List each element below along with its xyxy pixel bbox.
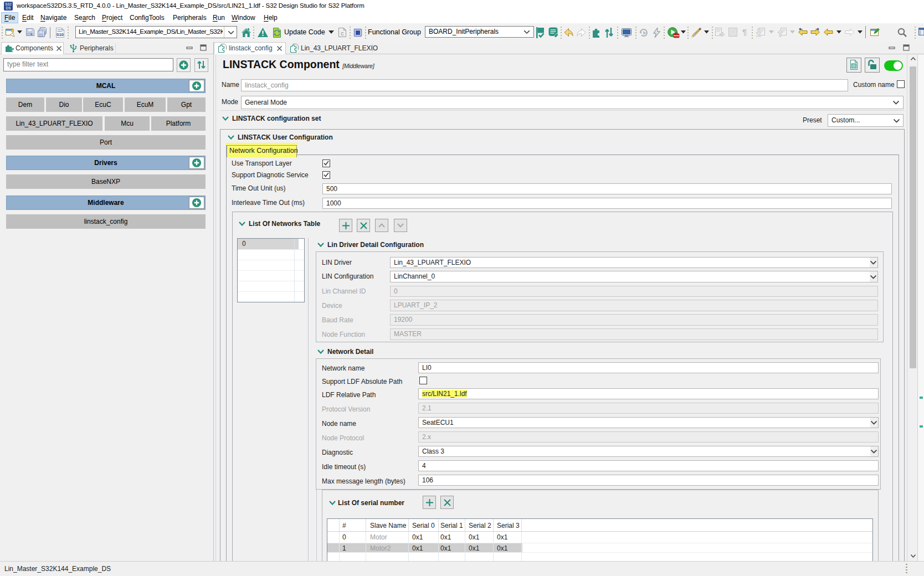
- svg-text:010: 010: [57, 32, 64, 37]
- svg-text:c: c: [341, 30, 344, 37]
